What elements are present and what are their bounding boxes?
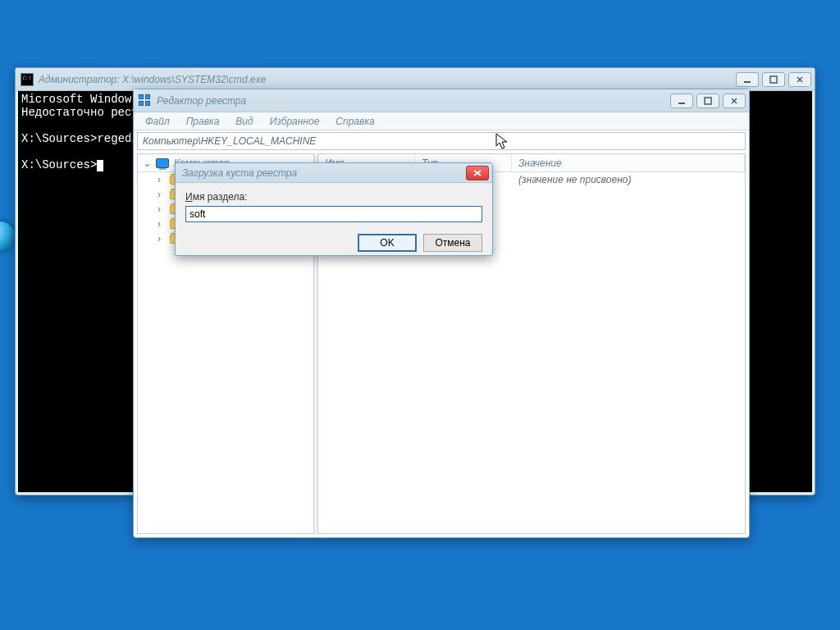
svg-rect-5 (705, 98, 711, 104)
key-name-label: Имя раздела: (185, 191, 482, 203)
expand-icon[interactable]: › (158, 218, 167, 230)
menu-edit[interactable]: Правка (178, 114, 228, 129)
default-value: (значение не присвоено) (512, 174, 745, 185)
regedit-menubar: Файл Правка Вид Избранное Справка (134, 112, 749, 130)
maximize-button[interactable] (762, 72, 785, 87)
regedit-icon (139, 94, 152, 107)
maximize-button[interactable] (696, 94, 719, 108)
close-button[interactable] (788, 72, 811, 87)
load-hive-dialog: Загрузка куста реестра Имя раздела: OK О… (175, 162, 493, 256)
menu-file[interactable]: Файл (137, 114, 178, 129)
regedit-titlebar[interactable]: Редактор реестра (134, 89, 749, 112)
cmd-prompt: X:\Sources> (21, 132, 97, 145)
computer-icon (156, 158, 169, 168)
regedit-window: Редактор реестра Файл Правка Вид Избранн… (133, 89, 750, 538)
cmd-icon (21, 73, 34, 86)
cmd-line: Microsoft Windows (21, 93, 139, 106)
address-bar[interactable]: Компьютер\HKEY_LOCAL_MACHINE (137, 132, 746, 150)
dialog-close-button[interactable] (466, 166, 489, 180)
svg-rect-1 (770, 76, 777, 83)
menu-view[interactable]: Вид (227, 114, 261, 129)
collapse-icon[interactable]: ⌄ (143, 158, 151, 169)
menu-favorites[interactable]: Избранное (262, 114, 328, 129)
close-button[interactable] (723, 94, 746, 108)
minimize-button[interactable] (670, 94, 693, 108)
dialog-titlebar[interactable]: Загрузка куста реестра (176, 163, 492, 183)
column-value[interactable]: Значение (512, 154, 745, 171)
start-orb[interactable] (0, 221, 15, 251)
minimize-button[interactable] (736, 72, 759, 87)
cmd-title: Администратор: X:\windows\SYSTEM32\cmd.e… (39, 74, 736, 85)
cmd-titlebar[interactable]: Администратор: X:\windows\SYSTEM32\cmd.e… (16, 68, 815, 91)
cancel-button[interactable]: Отмена (423, 234, 482, 252)
key-name-input[interactable] (185, 206, 482, 222)
expand-icon[interactable]: › (158, 203, 167, 215)
expand-icon[interactable]: › (158, 189, 167, 200)
ok-button[interactable]: OK (358, 234, 417, 252)
cmd-line: Недостаточно ресу (21, 106, 139, 119)
regedit-title: Редактор реестра (157, 95, 670, 107)
cmd-prompt: X:\Sources> (21, 158, 97, 171)
address-text: Компьютер\HKEY_LOCAL_MACHINE (143, 135, 316, 147)
menu-help[interactable]: Справка (327, 114, 382, 129)
caret-icon (97, 160, 103, 171)
expand-icon[interactable]: › (158, 233, 167, 244)
dialog-title: Загрузка куста реестра (182, 167, 466, 179)
expand-icon[interactable]: › (158, 174, 167, 185)
